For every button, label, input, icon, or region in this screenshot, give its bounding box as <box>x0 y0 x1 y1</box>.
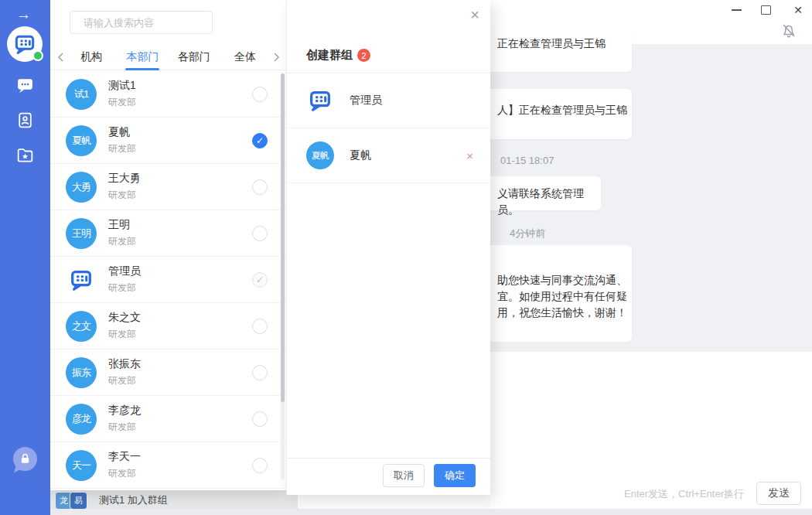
search-box[interactable] <box>70 11 213 34</box>
contact-name: 王大勇 <box>108 172 141 186</box>
contact-row[interactable]: 之文 朱之文 研发部 <box>50 303 286 350</box>
contact-department: 研发部 <box>108 328 141 341</box>
contact-department: 研发部 <box>108 96 136 109</box>
contact-row[interactable]: 大勇 王大勇 研发部 <box>50 164 286 210</box>
contact-row[interactable]: 夏帆 夏帆 研发部 <box>50 118 286 164</box>
select-checkbox[interactable] <box>252 319 268 334</box>
contact-name: 测试1 <box>108 79 136 93</box>
tab-label: 本部门 <box>126 50 159 64</box>
contact-row[interactable]: 彦龙 李彦龙 研发部 <box>50 396 286 442</box>
contact-department: 研发部 <box>108 467 141 480</box>
chat-panel: ✕ 正在检查管理员与王锦人】正在检查管理员与王锦01-15 18:07义请联络系… <box>490 0 812 515</box>
avatar: 彦龙 <box>66 404 97 435</box>
avatar: 天一 <box>66 450 97 481</box>
divider <box>287 458 490 459</box>
chat-list-item[interactable]: 龙 易 测试1 加入群组 <box>50 490 298 509</box>
selected-member-list: 管理员 × 夏帆 夏帆 × <box>287 73 490 183</box>
select-checkbox[interactable] <box>252 226 268 241</box>
forward-arrow-icon[interactable]: → <box>16 6 31 23</box>
starred-folder-icon[interactable] <box>15 145 35 165</box>
lock-icon[interactable] <box>13 447 37 471</box>
cancel-button[interactable]: 取消 <box>383 464 425 487</box>
select-checkbox[interactable] <box>252 411 268 427</box>
message-text: 人】正在检查管理员与王锦 <box>497 104 627 116</box>
avatar: 振东 <box>66 357 97 388</box>
select-checkbox[interactable] <box>252 179 268 195</box>
avatar-initials: 大勇 <box>72 180 90 194</box>
panel-title: 创建群组 2 <box>306 48 370 63</box>
contact-row[interactable]: 管理员 研发部 <box>50 257 286 303</box>
minimize-icon[interactable] <box>726 0 746 20</box>
contact-department: 研发部 <box>108 374 141 387</box>
contact-row[interactable]: 振东 张振东 研发部 <box>50 350 286 396</box>
contacts-book-icon[interactable] <box>15 111 35 130</box>
avatar: 试1 <box>66 79 97 110</box>
tab[interactable]: 机构 <box>66 45 117 70</box>
app-logo[interactable] <box>7 26 43 62</box>
avatar: 之文 <box>66 311 97 342</box>
online-status-dot <box>32 50 43 61</box>
chat-message: 01-15 18:07 <box>500 155 812 166</box>
app-sidebar: → <box>0 0 50 515</box>
message-text: 正在检查管理员与王锦 <box>497 37 606 49</box>
select-checkbox[interactable] <box>252 365 268 380</box>
confirm-button[interactable]: 确定 <box>434 464 476 487</box>
contact-row[interactable]: 天一 李天一 研发部 <box>50 442 286 489</box>
scrollbar-thumb[interactable] <box>281 73 285 402</box>
chevron-right-icon[interactable] <box>271 53 281 62</box>
selected-member-row: 管理员 × <box>287 73 490 128</box>
remove-icon[interactable]: × <box>466 149 473 162</box>
close-icon[interactable]: × <box>470 6 479 23</box>
contact-department: 研发部 <box>108 281 141 295</box>
select-checkbox[interactable] <box>252 133 268 148</box>
avatar-initials: 彦龙 <box>72 412 90 426</box>
tab-label: 机构 <box>80 50 102 64</box>
create-group-panel: × 创建群组 2 管理员 × <box>286 0 490 495</box>
avatar: 夏帆 <box>66 125 97 156</box>
avatar-initials: 夏帆 <box>72 134 90 148</box>
send-button[interactable]: 发送 <box>756 482 801 505</box>
select-checkbox[interactable] <box>252 458 268 473</box>
avatar-initials: 天一 <box>72 459 90 472</box>
panel-title-text: 创建群组 <box>306 48 353 63</box>
chat-message: 助您快速与同事交流沟通、 宜。如使用过程中有任何疑 用，祝您生活愉快，谢谢！ <box>490 245 632 342</box>
message-text: 义请联络系统管理员。 <box>497 187 584 216</box>
contact-department: 研发部 <box>108 235 136 248</box>
contact-name: 李彦龙 <box>108 404 141 418</box>
contact-row[interactable]: 王明 王明 研发部 <box>50 210 286 257</box>
chat-messages-icon[interactable] <box>15 76 35 95</box>
tab-list: 机构本部门各部门全体 <box>66 45 271 70</box>
window-close-icon[interactable]: ✕ <box>788 0 808 20</box>
select-checkbox[interactable] <box>252 272 268 288</box>
contact-name: 王明 <box>108 218 136 232</box>
contact-name: 管理员 <box>108 264 141 278</box>
select-checkbox[interactable] <box>252 87 268 102</box>
avatar <box>306 87 334 114</box>
contact-name: 夏帆 <box>108 125 136 139</box>
avatar-initials: 试1 <box>74 87 88 101</box>
contact-name: 朱之文 <box>108 311 141 325</box>
group-avatar-part: 易 <box>70 492 87 510</box>
message-text: 4分钟前 <box>510 227 545 239</box>
maximize-icon[interactable] <box>756 0 776 20</box>
message-text: 助您快速与同事交流沟通、 宜。如使用过程中有任何疑 用，祝您生活愉快，谢谢！ <box>497 274 627 319</box>
member-name: 夏帆 <box>350 148 371 162</box>
contact-picker-panel: 机构本部门各部门全体 试1 <box>50 0 286 490</box>
tab[interactable]: 本部门 <box>117 45 168 70</box>
department-tabs: 机构本部门各部门全体 <box>50 45 286 70</box>
tab[interactable]: 各部门 <box>169 45 220 70</box>
search-input[interactable] <box>82 16 221 29</box>
contact-name: 张振东 <box>108 357 141 371</box>
contact-row[interactable]: 试1 测试1 研发部 <box>50 71 286 118</box>
avatar-initials: 夏帆 <box>312 149 329 162</box>
chat-message: 正在检查管理员与王锦 <box>490 23 632 72</box>
app-logo-avatar <box>307 87 333 114</box>
member-count-badge: 2 <box>357 49 370 62</box>
avatar <box>66 264 97 295</box>
contact-list: 试1 测试1 研发部 <box>50 71 286 490</box>
chat-message: 4分钟前 <box>510 227 812 238</box>
chat-message: 义请联络系统管理员。 <box>490 176 601 210</box>
tab[interactable]: 全体 <box>220 45 271 70</box>
member-name: 管理员 <box>350 94 382 107</box>
chevron-left-icon[interactable] <box>55 53 66 62</box>
